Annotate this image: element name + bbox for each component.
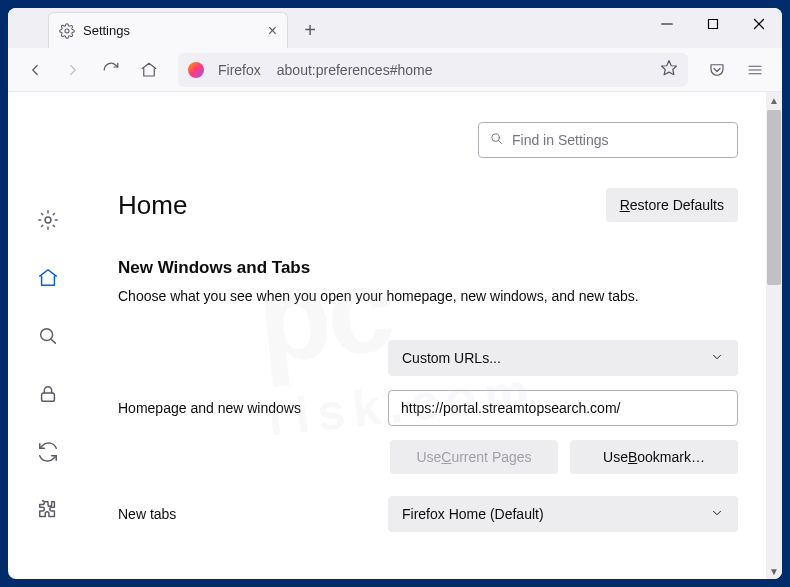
tab-title: Settings: [83, 23, 130, 38]
svg-line-11: [51, 339, 55, 343]
svg-rect-12: [42, 393, 55, 401]
back-button[interactable]: [18, 53, 52, 87]
close-icon[interactable]: ×: [268, 22, 277, 40]
use-bookmark-button[interactable]: Use Bookmark…: [570, 440, 738, 474]
sidebar-general[interactable]: [30, 202, 66, 238]
pocket-button[interactable]: [700, 53, 734, 87]
home-button[interactable]: [132, 53, 166, 87]
newtabs-label: New tabs: [118, 506, 378, 522]
window-controls: [644, 8, 782, 48]
newtabs-mode-dropdown[interactable]: Firefox Home (Default): [388, 496, 738, 532]
forward-button[interactable]: [56, 53, 90, 87]
firefox-window: Settings × + Firefox about:preferences#h…: [8, 8, 782, 579]
dropdown-value: Custom URLs...: [402, 350, 501, 366]
svg-marker-5: [662, 61, 677, 75]
settings-sidebar: [8, 92, 88, 579]
sidebar-sync[interactable]: [30, 434, 66, 470]
toolbar: Firefox about:preferences#home: [8, 48, 782, 92]
svg-point-9: [45, 217, 51, 223]
close-window-button[interactable]: [736, 8, 782, 40]
scroll-up-button[interactable]: ▲: [766, 92, 782, 108]
settings-main: Find in Settings Home Restore Defaults N…: [88, 92, 782, 579]
scroll-down-button[interactable]: ▼: [766, 563, 782, 579]
page-title: Home: [118, 190, 187, 221]
section-title: New Windows and Tabs: [118, 258, 738, 278]
homepage-label: Homepage and new windows: [118, 400, 378, 416]
sidebar-search[interactable]: [30, 318, 66, 354]
reload-button[interactable]: [94, 53, 128, 87]
chevron-down-icon: [710, 506, 724, 523]
maximize-button[interactable]: [690, 8, 736, 40]
menu-button[interactable]: [738, 53, 772, 87]
svg-line-14: [498, 140, 501, 143]
bookmark-star-icon[interactable]: [660, 59, 678, 80]
identity-label: Firefox: [212, 60, 267, 80]
section-desc: Choose what you see when you open your h…: [118, 288, 738, 304]
scroll-thumb[interactable]: [767, 110, 781, 285]
dropdown-value: Firefox Home (Default): [402, 506, 544, 522]
minimize-button[interactable]: [644, 8, 690, 40]
chevron-down-icon: [710, 350, 724, 367]
content-area: Find in Settings Home Restore Defaults N…: [8, 92, 782, 579]
search-placeholder: Find in Settings: [512, 132, 609, 148]
new-tab-button[interactable]: +: [294, 14, 326, 46]
search-icon: [489, 131, 504, 149]
gear-icon: [59, 23, 75, 39]
tab-settings[interactable]: Settings ×: [48, 12, 288, 48]
sidebar-privacy[interactable]: [30, 376, 66, 412]
restore-defaults-button[interactable]: Restore Defaults: [606, 188, 738, 222]
use-current-pages-button[interactable]: Use Current Pages: [390, 440, 558, 474]
url-text: about:preferences#home: [277, 62, 433, 78]
svg-point-0: [65, 29, 69, 33]
find-in-settings[interactable]: Find in Settings: [478, 122, 738, 158]
sidebar-extensions[interactable]: [30, 492, 66, 528]
scrollbar[interactable]: ▲ ▼: [766, 92, 782, 579]
sidebar-home[interactable]: [30, 260, 66, 296]
svg-rect-2: [709, 20, 718, 29]
homepage-mode-dropdown[interactable]: Custom URLs...: [388, 340, 738, 376]
url-bar[interactable]: Firefox about:preferences#home: [178, 53, 688, 87]
firefox-icon: [188, 62, 204, 78]
homepage-url-input[interactable]: [388, 390, 738, 426]
